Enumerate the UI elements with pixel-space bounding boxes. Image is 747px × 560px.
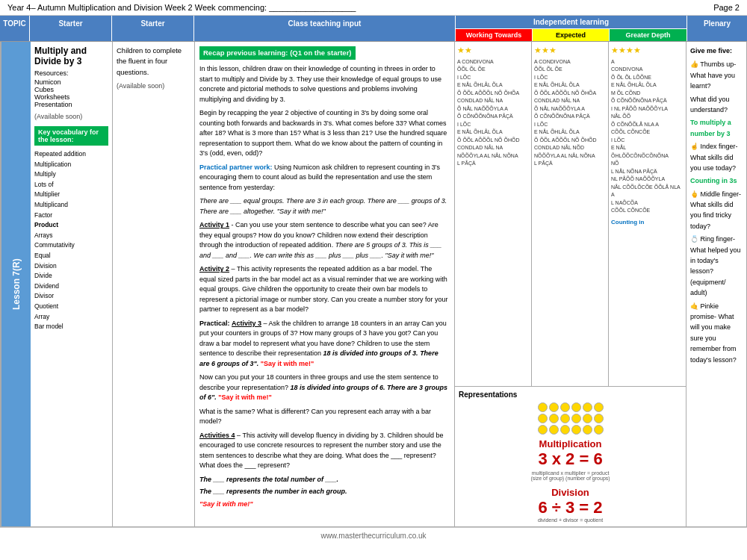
resources-list: NumiconCubesWorksheetsPresentation [34,78,108,108]
size-label: (size of group) (number of groups) [459,476,682,481]
practical-label: Practical: [199,320,230,327]
col-starter2: Starter [112,16,194,41]
independent-columns: ★★ A CONDIVONAÕÕL ÕL ÕEI LÕCE NÅL ÕHLÅL … [455,42,686,387]
div-labels: dividend + divisor = quotient [459,517,682,523]
multiplication-section: Multiplication 3 x 2 = 6 multiplicand x … [459,438,682,481]
col-expected: Expected [533,29,610,41]
available-label: (Available soon) [34,113,108,120]
counting-green: Counting in 3s [690,175,743,186]
counter-visual [459,402,682,435]
multiplication-label: Multiplication [459,438,682,449]
saywith3: "Say it with me!" [199,500,450,510]
vocab-list: Repeated addition Multiplication Multipl… [34,149,108,332]
col-teaching: Class teaching input [194,16,456,41]
activity4-label: Activities 4 [199,432,235,439]
teaching-cell: Recap previous learning: (Q1 on the star… [195,42,455,526]
page-number: Page 2 [713,3,740,12]
index-question: What did you understand? [690,94,743,116]
pinkie-icon: 🤙 [690,302,698,310]
activity2-text: – This activity represents the repeated … [199,265,447,313]
div-equation: 6 ÷ 3 = 2 [459,498,682,517]
working-content: A CONDIVONAÕÕL ÕL ÕEI LÕCE NÅL ÕHLÅL ÕLA… [457,58,529,168]
recap-label: Recap previous learning: (Q1 on the star… [199,46,356,60]
page-header: Year 4– Autumn Multiplication and Divisi… [0,0,747,16]
partner-label: Practical partner work: [199,164,273,171]
starter-text: Children to complete the fluent in four … [117,46,190,78]
division-section: Division 6 ÷ 3 = 2 dividend + divisor = … [459,487,682,523]
multiplicand-label: multiplicand x multiplier = product [459,470,682,476]
col-independent: Independent learning Working Towards Exp… [456,16,687,41]
green-text: To multiply a number by 3 [690,117,743,139]
teaching-begin: Begin by recapping the year 2 objective … [199,108,450,159]
activity3-label: Activity 3 [232,320,261,327]
lesson-label: Lesson 7(R) [1,42,31,526]
plenary-cell: Give me five: 👍 Thumbs up- What have you… [686,42,746,526]
activity3-say1: "Say it with me!" [261,360,314,367]
resources-label: Resources: [34,69,108,77]
working-towards-col: ★★ A CONDIVONAÕÕL ÕL ÕEI LÕCE NÅL ÕHLÅL … [455,42,532,386]
stem1: There are ___ equal groups. There are 3 … [199,196,450,217]
counting-in-label: Counting in [611,218,684,227]
footer-url: www.masterthecurriculum.co.uk [320,532,426,540]
middle-icon: 🖕 [690,190,698,198]
greater-content: ACONDIVONAÕ ÕL ÕL LÕÕNEE NÅL ÕHLÅL ÕLAM … [611,58,684,215]
col-topic: TOPIC [0,16,30,41]
activity1-label: Activity 1 [199,221,229,228]
activity3-question: What is the same? What is different? Can… [199,407,450,427]
representations-section: Representations [455,387,686,526]
expected-col: ★★★ A CONDIVONAÕÕL ÕL ÕEI LÕCE NÅL ÕHLÅL… [532,42,609,386]
col-greater-depth: Greater Depth [610,29,686,41]
expected-stars: ★★★ [534,44,606,57]
thumb-icon: 👍 [690,60,698,68]
middle-label: Middle finger- What skills did you find … [690,190,741,230]
main-content: Lesson 7(R) Multiply and Divide by 3 Res… [0,42,747,527]
ring-icon: 💍 [690,235,698,243]
index-icon: ☝ [690,143,698,150]
activity4-text: – This activity will develop fluency in … [199,432,444,470]
lesson-info-cell: Multiply and Divide by 3 Resources: Numi… [31,42,113,526]
mult-equation: 3 x 2 = 6 [459,449,682,469]
col-plenary: Plenary [687,16,747,41]
pinkie-label: Pinkie promise- What will you make sure … [690,302,737,364]
division-label: Division [459,487,682,498]
page-title-left: Year 4– Autumn Multiplication and Divisi… [7,3,356,12]
starter-available: (Available soon) [117,82,190,90]
plenary-intro: Give me five: [690,46,743,56]
teaching-intro: In this lesson, children draw on their k… [199,64,450,105]
col-starter: Starter [30,16,112,41]
independent-cell: ★★ A CONDIVONAÕÕL ÕL ÕEI LÕCE NÅL ÕHLÅL … [455,42,686,526]
greater-stars: ★★★★ [611,44,684,57]
expected-content: A CONDIVONAÕÕL ÕL ÕEI LÕCE NÅL ÕHLÅL ÕLA… [534,58,606,168]
working-stars: ★★ [457,44,529,57]
col-working-towards: Working Towards [456,29,533,41]
footer: www.masterthecurriculum.co.uk [0,527,747,544]
vocab-box: Key vocabulary for the lesson: [34,126,108,146]
representations-header: Representations [459,391,682,399]
the1: The ___ represents the total number of _… [199,475,450,485]
lesson-title: Multiply and Divide by 3 [34,46,108,66]
column-headers: TOPIC Starter Starter Class teaching inp… [0,16,747,42]
activity2-label: Activity 2 [199,265,229,273]
the2: The ___ represents the number in each gr… [199,487,450,497]
starter-cell: Children to complete the fluent in four … [113,42,195,526]
greater-depth-col: ★★★★ ACONDIVONAÕ ÕL ÕL LÕÕNEE NÅL ÕHLÅL … [609,42,686,386]
ring-label: Ring finger- What helped you in today's … [690,235,741,296]
activity3-say2: "Say it with me!" [218,393,272,401]
